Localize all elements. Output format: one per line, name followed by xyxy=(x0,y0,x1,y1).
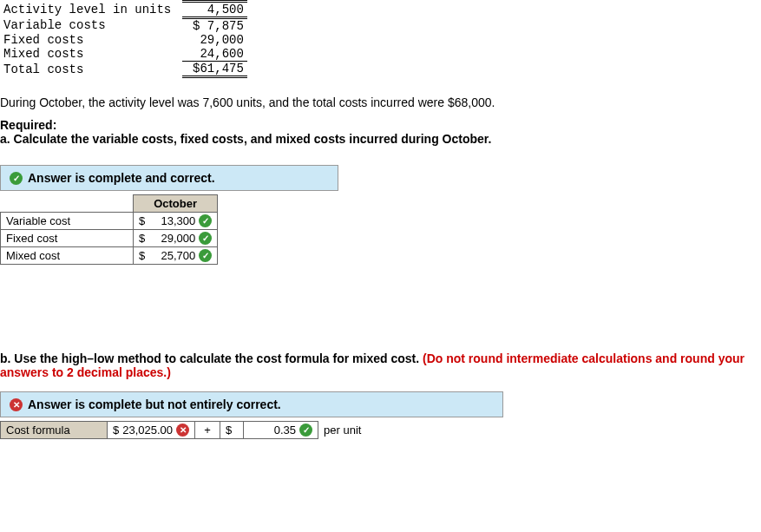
cost-formula-label: Cost formula xyxy=(1,422,108,439)
given-row-value: $61,475 xyxy=(182,62,247,77)
answer-banner-a-text: Answer is complete and correct. xyxy=(28,171,215,185)
table-a-row-value[interactable]: $29,000✓ xyxy=(134,230,218,247)
x-icon: ✕ xyxy=(10,398,23,411)
table-a-row-value[interactable]: $13,300✓ xyxy=(134,213,218,230)
given-row-value: 4,500 xyxy=(182,2,247,18)
part-b-lead: b. Use the high–low method to calculate … xyxy=(0,351,423,365)
check-icon: ✓ xyxy=(199,214,212,227)
part-b-prompt: b. Use the high–low method to calculate … xyxy=(0,351,761,379)
fixed-cost-value: 23,025.00 xyxy=(122,424,173,437)
check-icon: ✓ xyxy=(10,172,23,185)
required-label: Required: xyxy=(0,118,56,132)
x-icon: ✕ xyxy=(176,424,189,437)
answer-banner-b-text: Answer is complete but not entirely corr… xyxy=(28,397,281,411)
answer-banner-a: ✓ Answer is complete and correct. xyxy=(0,165,338,191)
given-data-table: Activity level in units 4,500Variable co… xyxy=(0,0,247,78)
given-row-label: Variable costs xyxy=(0,18,182,34)
answer-table-a: October Variable cost$13,300✓Fixed cost$… xyxy=(0,194,218,265)
given-row-label: Total costs xyxy=(0,62,182,77)
given-row-value: 24,600 xyxy=(182,47,247,62)
answer-banner-b: ✕ Answer is complete but not entirely co… xyxy=(0,391,503,417)
check-icon: ✓ xyxy=(299,424,312,437)
given-row-label: Activity level in units xyxy=(0,2,182,18)
given-row-value: $ 7,875 xyxy=(182,18,247,34)
table-a-row-label: Variable cost xyxy=(1,213,134,230)
narrative-text: During October, the activity level was 7… xyxy=(0,95,761,109)
table-a-row-label: Mixed cost xyxy=(1,247,134,265)
fixed-cost-cell[interactable]: $ 23,025.00 ✕ xyxy=(108,422,195,439)
cost-formula-table: Cost formula $ 23,025.00 ✕ + $ 0.35 ✓ pe… xyxy=(0,421,366,439)
dollar-sign-2: $ xyxy=(220,422,244,439)
variable-cost-cell[interactable]: 0.35 ✓ xyxy=(244,422,318,439)
check-icon: ✓ xyxy=(199,232,212,245)
per-unit-suffix: per unit xyxy=(318,422,367,439)
given-row-label: Fixed costs xyxy=(0,33,182,47)
given-row-value: 29,000 xyxy=(182,33,247,47)
given-row-label: Mixed costs xyxy=(0,47,182,62)
october-header: October xyxy=(134,195,218,213)
table-a-row-label: Fixed cost xyxy=(1,230,134,247)
part-a-label: a. Calculate the variable costs, fixed c… xyxy=(0,132,491,146)
plus-operator: + xyxy=(195,422,220,439)
dollar-sign: $ xyxy=(113,424,119,437)
table-a-row-value[interactable]: $25,700✓ xyxy=(134,247,218,265)
variable-cost-value: 0.35 xyxy=(249,424,296,437)
check-icon: ✓ xyxy=(199,249,212,262)
